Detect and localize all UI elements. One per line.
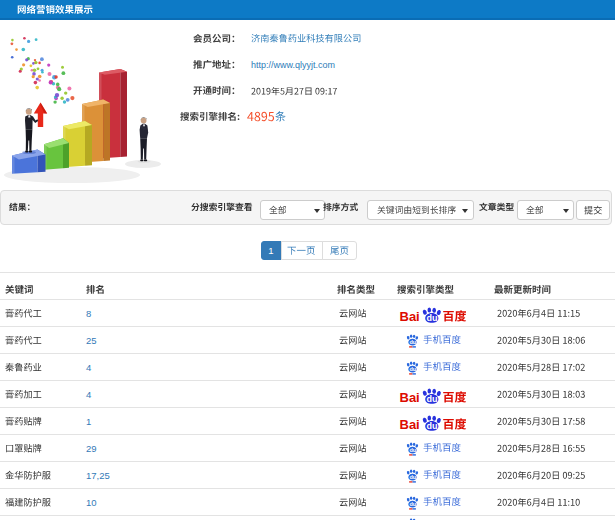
svg-text:du: du [410,501,417,507]
svg-text:Bai: Bai [400,309,420,324]
svg-text:du: du [427,394,438,404]
svg-text:du: du [427,421,438,431]
svg-text:du: du [410,339,417,345]
svg-text:du: du [410,366,417,372]
svg-text:du: du [410,447,417,453]
svg-text:Bai: Bai [400,390,420,405]
svg-text:du: du [410,474,417,480]
svg-text:Bai: Bai [400,417,420,432]
svg-text:du: du [427,313,438,323]
